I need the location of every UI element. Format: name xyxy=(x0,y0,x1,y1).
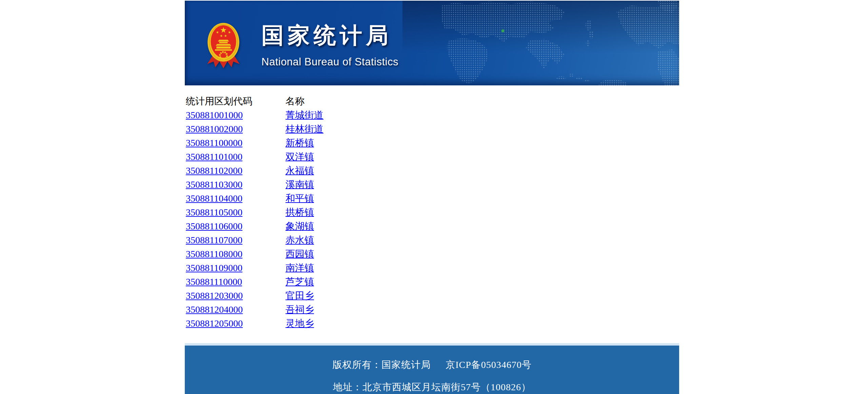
division-name-link[interactable]: 芦芝镇 xyxy=(285,276,314,287)
division-code-link[interactable]: 350881203000 xyxy=(186,290,243,301)
division-code-link[interactable]: 350881204000 xyxy=(186,304,243,315)
table-row: 350881106000 象湖镇 xyxy=(186,219,323,233)
table-row: 350881105000 拱桥镇 xyxy=(186,205,323,219)
division-name-link[interactable]: 灵地乡 xyxy=(285,318,314,329)
division-name-link[interactable]: 吾祠乡 xyxy=(285,304,314,315)
division-name-link[interactable]: 西园镇 xyxy=(285,249,314,259)
division-code-link[interactable]: 350881103000 xyxy=(186,179,242,190)
table-row: 350881109000 南洋镇 xyxy=(186,261,323,275)
division-name-link[interactable]: 官田乡 xyxy=(285,290,314,301)
banner-titles: 国家统计局 National Bureau of Statistics xyxy=(261,23,398,68)
division-code-link[interactable]: 350881104000 xyxy=(186,193,242,204)
division-name-link[interactable]: 象湖镇 xyxy=(285,221,314,231)
division-name-link[interactable]: 南洋镇 xyxy=(285,263,314,273)
division-name-link[interactable]: 溪南镇 xyxy=(285,179,314,190)
table-row: 350881204000 吾祠乡 xyxy=(186,303,323,316)
table-row: 350881104000 和平镇 xyxy=(186,191,323,205)
world-map-decoration xyxy=(442,1,679,85)
table-row: 350881107000 赤水镇 xyxy=(186,233,323,247)
table-row: 350881103000 溪南镇 xyxy=(186,178,323,191)
division-code-link[interactable]: 350881100000 xyxy=(186,138,242,148)
copyright-text: 版权所有：国家统计局 xyxy=(332,359,431,370)
national-emblem-icon xyxy=(206,22,241,70)
division-code-link[interactable]: 350881002000 xyxy=(186,124,243,134)
address-text: 地址：北京市西城区月坛南街57号（100826） xyxy=(185,381,679,393)
footer-copyright-line: 版权所有：国家统计局京ICP备05034670号 xyxy=(185,359,679,371)
division-code-link[interactable]: 350881102000 xyxy=(186,165,242,176)
table-row: 350881001000 菁城街道 xyxy=(186,108,323,122)
table-row: 350881110000 芦芝镇 xyxy=(186,275,323,289)
footer-top-strip xyxy=(185,343,679,346)
division-code-link[interactable]: 350881205000 xyxy=(186,318,243,329)
footer-body: 版权所有：国家统计局京ICP备05034670号 地址：北京市西城区月坛南街57… xyxy=(185,346,679,394)
division-name-link[interactable]: 和平镇 xyxy=(285,193,314,204)
page-container: 国家统计局 National Bureau of Statistics 统计用区… xyxy=(185,1,679,394)
content-area: 统计用区划代码 名称 350881001000 菁城街道 35088100200… xyxy=(185,85,679,343)
division-name-link[interactable]: 新桥镇 xyxy=(285,138,314,148)
table-header-row: 统计用区划代码 名称 xyxy=(186,94,323,108)
division-code-link[interactable]: 350881109000 xyxy=(186,263,242,273)
table-row: 350881100000 新桥镇 xyxy=(186,136,323,150)
table-row: 350881101000 双洋镇 xyxy=(186,150,323,164)
division-name-link[interactable]: 双洋镇 xyxy=(285,151,314,162)
division-code-link[interactable]: 350881106000 xyxy=(186,221,242,231)
site-banner: 国家统计局 National Bureau of Statistics xyxy=(185,1,679,85)
site-title: 国家统计局 xyxy=(261,23,398,47)
division-code-link[interactable]: 350881105000 xyxy=(186,207,242,217)
table-row: 350881102000 永福镇 xyxy=(186,164,323,178)
icp-number: 京ICP备05034670号 xyxy=(446,359,532,370)
division-name-link[interactable]: 桂林街道 xyxy=(285,124,323,134)
footer: 版权所有：国家统计局京ICP备05034670号 地址：北京市西城区月坛南街57… xyxy=(185,343,679,394)
division-name-link[interactable]: 赤水镇 xyxy=(285,235,314,245)
column-header-name: 名称 xyxy=(285,94,323,108)
table-row: 350881002000 桂林街道 xyxy=(186,122,323,136)
division-code-link[interactable]: 350881001000 xyxy=(186,110,243,120)
division-code-link[interactable]: 350881107000 xyxy=(186,235,242,245)
division-name-link[interactable]: 永福镇 xyxy=(285,165,314,176)
site-title-english: National Bureau of Statistics xyxy=(261,56,398,68)
division-code-link[interactable]: 350881110000 xyxy=(186,276,242,287)
column-header-code: 统计用区划代码 xyxy=(186,94,285,108)
division-code-link[interactable]: 350881101000 xyxy=(186,151,242,162)
table-row: 350881108000 西园镇 xyxy=(186,247,323,261)
table-row: 350881203000 官田乡 xyxy=(186,289,323,303)
division-name-link[interactable]: 菁城街道 xyxy=(285,110,323,120)
table-row: 350881205000 灵地乡 xyxy=(186,316,323,330)
map-marker-dot xyxy=(501,29,505,33)
division-name-link[interactable]: 拱桥镇 xyxy=(285,207,314,217)
division-code-link[interactable]: 350881108000 xyxy=(186,249,242,259)
division-code-table: 统计用区划代码 名称 350881001000 菁城街道 35088100200… xyxy=(186,94,323,330)
